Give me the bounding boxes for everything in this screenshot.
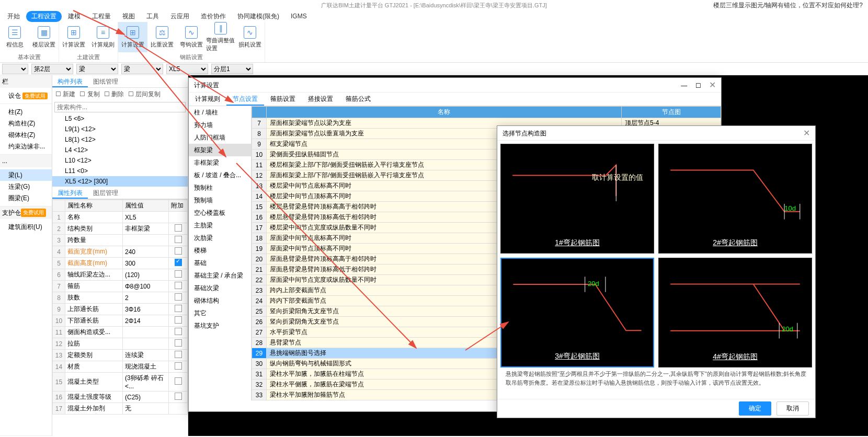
nav-item[interactable]: 梁(L) [0,169,52,181]
category-item[interactable]: 柱 / 墙柱 [189,106,251,119]
filter-cat1[interactable]: 梁 [76,64,118,74]
checkbox[interactable] [175,328,182,335]
dlg1-tab-3[interactable]: 搭接设置 [302,93,339,106]
checkbox[interactable] [175,247,182,255]
category-item[interactable]: 板 / 坡道 / 叠合... [189,169,251,181]
tool-层间复制[interactable]: ☐ 层间复制 [128,90,161,99]
nav-item[interactable]: 建筑面积(U) [0,221,52,233]
component-item[interactable]: L9(1) <12> [52,124,188,134]
prop-row[interactable]: 7箍筋Φ8@100 [53,281,188,292]
category-item[interactable]: 框架梁 [189,144,251,156]
nav-item[interactable]: 约束边缘非... [0,141,52,152]
filter-layer[interactable]: 分层1 [211,64,253,74]
prop-row[interactable]: 10下部通长筋2Φ14 [53,315,188,327]
menu-8[interactable]: 协同建模(限免) [232,11,284,22]
menu-4[interactable]: 视图 [117,11,140,22]
ribbon-弯曲调整值设置[interactable]: ‖弯曲调整值设置 [206,22,235,52]
checkbox[interactable] [175,282,182,289]
diagram-card-1[interactable]: 1#弯起钢筋图取计算设置的值 [500,144,654,254]
checkbox[interactable] [175,377,182,385]
dlg1-tab-4[interactable]: 箍筋公式 [339,93,377,106]
checkbox[interactable] [175,362,182,370]
search-input[interactable] [54,102,186,112]
checkbox[interactable] [175,339,182,347]
ribbon-损耗设置[interactable]: ∿损耗设置 [235,22,265,52]
nav-item[interactable]: 圈梁(E) [0,192,52,204]
category-item[interactable]: 其它 [189,307,251,319]
filter-member[interactable]: XL5 [166,64,208,74]
filter-cat2[interactable]: 梁 [121,64,163,74]
category-item[interactable]: 预制墙 [189,194,251,206]
category-item[interactable]: 基础次梁 [189,282,251,294]
diagram-card-2[interactable]: 2#弯起钢筋图10d [658,144,812,254]
component-item[interactable]: L10 <12> [52,155,188,166]
dlg1-tab-2[interactable]: 箍筋设置 [264,93,302,106]
prop-row[interactable]: 12拉筋 [53,338,188,350]
checkbox[interactable] [175,305,182,312]
cancel-button[interactable]: 取消 [776,401,809,416]
checkbox[interactable] [175,393,182,400]
tool-新建[interactable]: ☐ 新建 [55,90,75,99]
ribbon-弯钩设置[interactable]: ∿弯钩设置 [177,22,206,52]
diagram-card-3[interactable]: 3#弯起钢筋图20d [500,258,654,367]
close-icon[interactable]: ✕ [803,126,810,140]
menu-5[interactable]: 工具 [141,11,164,22]
diagram-card-4[interactable]: 4#弯起钢筋图20d [658,258,812,367]
checkbox[interactable] [175,316,182,324]
checkbox[interactable] [175,224,182,232]
filter-block[interactable] [2,64,28,74]
top-tip[interactable]: 楼层三维显示图元/轴网有错位，位置不对应如何处理? [713,1,863,10]
checkbox[interactable] [175,236,182,243]
category-item[interactable]: 楼梯 [189,244,251,257]
checkbox[interactable] [175,270,182,278]
menu-9[interactable]: IGMS [285,12,312,21]
component-item[interactable]: L4 <12> [52,145,188,155]
checkbox[interactable] [175,293,182,301]
category-item[interactable]: 剪力墙 [189,119,251,131]
ribbon-计算设置[interactable]: ⊞计算设置 [118,22,147,52]
prop-row[interactable]: 16混凝土强度等级(C25) [53,392,188,403]
prop-row[interactable]: 13定额类别连续梁 [53,350,188,361]
menu-6[interactable]: 云应用 [165,11,195,22]
component-item[interactable]: L5 <6> [52,113,188,124]
ribbon-计算设置[interactable]: ⊞计算设置 [59,22,88,52]
ribbon-比重设置[interactable]: ⚖比重设置 [147,22,177,52]
nav-item[interactable]: 设仓 免费试用 [0,90,52,101]
category-item[interactable]: 基础主梁 / 承台梁 [189,269,251,282]
menu-1[interactable]: 工程设置 [26,11,62,22]
ok-button[interactable]: 确定 [739,401,771,416]
component-item[interactable]: L8(1) <12> [52,134,188,145]
category-item[interactable]: 非框架梁 [189,156,251,169]
prop-row[interactable]: 14材质现浇混凝土 [53,361,188,373]
tab-构件列表[interactable]: 构件列表 [52,75,88,87]
category-item[interactable]: 预制柱 [189,181,251,194]
prop-row[interactable]: 1名称XL5 [53,212,188,223]
nav-item[interactable]: 柱(Z) [0,106,52,118]
prop-row[interactable]: 2结构类别非框架梁 [53,223,188,235]
minimize-icon[interactable]: — [681,82,687,89]
prop-row[interactable]: 9上部通长筋3Φ16 [53,304,188,315]
tab-图纸管理[interactable]: 图纸管理 [88,75,123,87]
ribbon-计算规则[interactable]: ≡计算规则 [88,22,118,52]
prop-row[interactable]: 8肢数2 [53,292,188,304]
menu-7[interactable]: 造价协作 [196,11,231,22]
tab-图层管理[interactable]: 图层管理 [88,187,123,199]
checkbox[interactable] [175,351,182,358]
tool-删除[interactable]: ☐ 删除 [104,90,124,99]
prop-row[interactable]: 11侧面构造或受... [53,327,188,338]
checkbox[interactable] [175,259,182,266]
category-item[interactable]: 次肋梁 [189,232,251,244]
nav-item[interactable]: 砌体柱(Z) [0,129,52,141]
maximize-icon[interactable]: ☐ [695,82,701,89]
category-item[interactable]: 基坑支护 [189,319,251,332]
prop-row[interactable]: 5截面高度(mm)300 [53,258,188,269]
component-item[interactable]: XL5 <12> [300] [52,176,188,187]
prop-row[interactable]: 15混凝土类型(3卵砾希 碎石 <... [53,373,188,392]
nav-item[interactable]: 构造柱(Z) [0,118,52,129]
menu-0[interactable]: 开始 [2,11,25,22]
category-item[interactable]: 人防门框墙 [189,131,251,144]
category-item[interactable]: 砌体结构 [189,294,251,307]
ribbon-程信息[interactable]: ☰程信息 [0,22,29,52]
category-item[interactable]: 主肋梁 [189,219,251,232]
filter-floor[interactable]: 第2层 [31,64,73,74]
